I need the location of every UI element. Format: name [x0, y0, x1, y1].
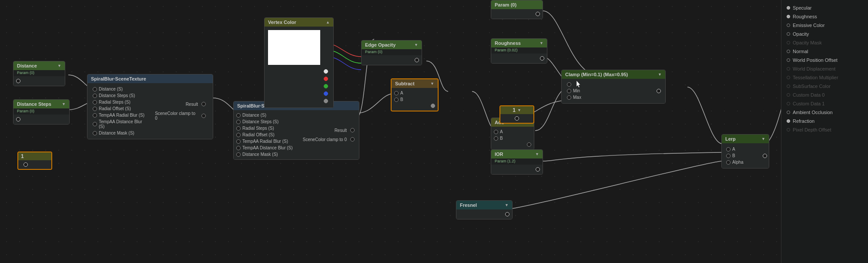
- sb2-pin-dm[interactable]: [236, 152, 241, 157]
- sb1-pin-ds[interactable]: [93, 94, 97, 98]
- panel-item-subsurface[interactable]: SubSurface Color: [781, 82, 868, 91]
- emissive-label: Emissive Color: [793, 23, 824, 28]
- lerp-pin-a[interactable]: [726, 147, 731, 152]
- panel-item-specular[interactable]: Specular: [781, 3, 868, 12]
- distance-body: [13, 76, 65, 86]
- distance-steps-body: [13, 115, 69, 124]
- lerp-pin-alpha[interactable]: [726, 160, 731, 165]
- subtract-arrow: ▼: [430, 81, 434, 86]
- subtract-node[interactable]: Subtract ▼ A B: [391, 78, 439, 111]
- fresnel-pin[interactable]: [505, 212, 509, 216]
- panel-item-ao[interactable]: Ambient Occlusion: [781, 108, 868, 117]
- lerp-pin-b[interactable]: [726, 154, 731, 158]
- param-top-pin[interactable]: [536, 12, 540, 16]
- sb2-pin-ds[interactable]: [236, 120, 241, 124]
- distance-node[interactable]: Distance ▼ Param (0): [13, 61, 65, 86]
- sb2-pin-dist[interactable]: [236, 113, 241, 118]
- edge-opacity-node[interactable]: Edge Opacity ▼ Param (0): [361, 40, 422, 65]
- distance-steps-pin[interactable]: [16, 117, 20, 121]
- param-top-node[interactable]: Param (0): [491, 0, 543, 19]
- vertex-color-node[interactable]: Vertex Color ▲: [264, 17, 334, 108]
- subtract-header: Subtract ▼: [392, 79, 438, 88]
- panel-item-custom1[interactable]: Custom Data 1: [781, 99, 868, 108]
- panel-item-custom0[interactable]: Custom Data 0: [781, 91, 868, 99]
- sb2-pin-sc[interactable]: [350, 137, 355, 142]
- lerp-out-pin[interactable]: [763, 154, 767, 158]
- distance-title: Distance: [17, 63, 37, 68]
- panel-item-world-disp[interactable]: World Displacement: [781, 64, 868, 73]
- subtract-pin-a[interactable]: [394, 91, 399, 95]
- fresnel-node[interactable]: Fresnel ▼: [456, 200, 513, 219]
- panel-item-roughness[interactable]: Roughness: [781, 12, 868, 21]
- panel-item-opacity[interactable]: Opacity: [781, 30, 868, 38]
- sb1-pin-tarb[interactable]: [93, 113, 97, 118]
- sb2-pin-tarb[interactable]: [236, 139, 241, 144]
- vc-pin-b[interactable]: [324, 91, 328, 96]
- sb1-pin-ro[interactable]: [93, 107, 97, 111]
- ior-title: IOR: [495, 152, 503, 157]
- normal-label: Normal: [793, 49, 808, 54]
- add-pin-b[interactable]: [494, 136, 498, 141]
- panel-item-world-pos[interactable]: World Position Offset: [781, 56, 868, 64]
- vc-pin-a[interactable]: [324, 99, 328, 103]
- vc-pin-r[interactable]: [324, 77, 328, 81]
- distance-pin[interactable]: [16, 79, 20, 83]
- vc-pin-white[interactable]: [324, 69, 328, 74]
- panel-item-emissive[interactable]: Emissive Color: [781, 21, 868, 30]
- subtract-pin-b[interactable]: [394, 98, 399, 102]
- clamp-pin-max[interactable]: [567, 95, 571, 100]
- roughness-param-node[interactable]: Roughness ▼ Param (0.02): [491, 38, 547, 64]
- sb1-pin-rs[interactable]: [93, 100, 97, 105]
- ao-label: Ambient Occlusion: [793, 110, 833, 115]
- sb2-pin-ro[interactable]: [236, 133, 241, 137]
- add-pin-a[interactable]: [494, 130, 498, 134]
- ior-node[interactable]: IOR ▼ Param (1.2): [491, 149, 543, 175]
- roughness-param-pin[interactable]: [540, 56, 544, 61]
- clamp-pin-in[interactable]: [567, 82, 571, 87]
- roughness-param-arrow: ▼: [540, 41, 543, 45]
- panel-item-refraction[interactable]: Refraction: [781, 117, 868, 125]
- world-pos-dot: [787, 58, 790, 62]
- panel-item-normal[interactable]: Normal: [781, 47, 868, 56]
- panel-item-tessellation[interactable]: Tessellation Multiplier: [781, 73, 868, 82]
- vc-pin-g[interactable]: [324, 84, 328, 88]
- one-small-value: 1: [21, 153, 24, 159]
- lerp-body: A B Alpha: [722, 143, 769, 168]
- edge-opacity-pin[interactable]: [415, 58, 419, 62]
- ior-pin[interactable]: [536, 167, 540, 172]
- sb1-pin-dm[interactable]: [93, 131, 97, 135]
- distance-steps-title: Distance Steps: [17, 101, 51, 107]
- distance-header: Distance ▼: [13, 61, 65, 70]
- one-node-small[interactable]: 1: [17, 152, 52, 170]
- world-disp-dot: [787, 67, 790, 71]
- sb2-pin-result[interactable]: [350, 128, 355, 132]
- opacity-label: Opacity: [793, 31, 809, 37]
- clamp-out-pin[interactable]: [657, 89, 661, 93]
- clamp-node[interactable]: Clamp (Min=0.1) (Max=0.95) ▼ Min Max: [561, 70, 666, 104]
- subtract-out-pin[interactable]: [431, 104, 435, 108]
- distance-steps-node[interactable]: Distance Steps ▼ Param (0): [13, 99, 70, 125]
- sb2-pin-tadb[interactable]: [236, 146, 241, 150]
- sb1-pin-result[interactable]: [201, 102, 206, 106]
- distance-steps-header: Distance Steps ▼: [13, 100, 69, 108]
- param-top-title: Param (0): [495, 2, 516, 7]
- clamp-pin-min[interactable]: [567, 89, 571, 93]
- one-small-out-pin[interactable]: [23, 162, 28, 167]
- one-node-top[interactable]: 1 ▼: [499, 105, 534, 124]
- lerp-node[interactable]: Lerp ▼ A B Alpha: [721, 134, 769, 169]
- subtract-title: Subtract: [395, 81, 415, 86]
- sb1-pin-sc[interactable]: [201, 114, 206, 118]
- sb1-pin-dist[interactable]: [93, 87, 97, 91]
- opacity-dot: [787, 32, 790, 36]
- one-top-value: 1: [513, 107, 516, 113]
- one-top-pin[interactable]: [515, 116, 519, 121]
- sb2-pin-rs[interactable]: [236, 126, 241, 131]
- spiralblur1-node[interactable]: SpiralBlur·SceneTexture Distance (S) Dis…: [87, 74, 213, 139]
- sb1-pin-tadb[interactable]: [93, 122, 97, 126]
- world-disp-label: World Displacement: [793, 66, 835, 71]
- custom1-dot: [787, 102, 790, 105]
- add-out-pin[interactable]: [527, 142, 531, 147]
- spiralblur2-node[interactable]: SpiralBlur·SceneTexture Distance (S) Dis…: [233, 101, 359, 160]
- panel-item-opacity-mask[interactable]: Opacity Mask: [781, 38, 868, 47]
- panel-item-pixel-depth[interactable]: Pixel Depth Offset: [781, 125, 868, 134]
